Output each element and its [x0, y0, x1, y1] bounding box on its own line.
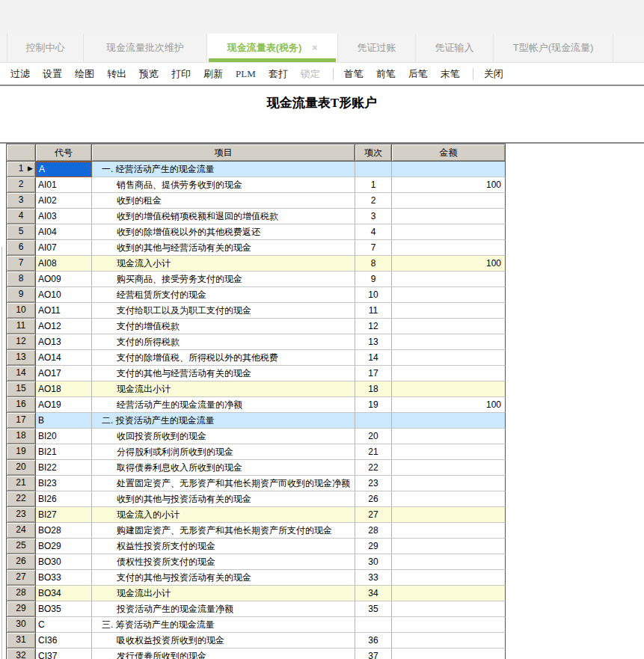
cell-code[interactable]: B: [36, 413, 92, 429]
cell-code[interactable]: BO33: [36, 570, 92, 586]
cell-code[interactable]: AO11: [36, 303, 92, 319]
header-amount[interactable]: 金额: [392, 144, 506, 161]
cell-idx[interactable]: 22: [355, 460, 392, 476]
cell-idx[interactable]: 1: [355, 177, 392, 193]
cell-item[interactable]: 支付给职工以及为职工支付的现金: [92, 303, 355, 319]
cell-amount[interactable]: [392, 491, 506, 507]
row-number-cell[interactable]: 29▶: [7, 601, 36, 617]
cell-amount[interactable]: 100: [392, 397, 506, 413]
cell-code[interactable]: AI08: [36, 256, 92, 272]
cell-amount[interactable]: [392, 570, 506, 586]
row-number-cell[interactable]: 24▶: [7, 523, 36, 539]
cell-amount[interactable]: 100: [392, 177, 506, 193]
cell-idx[interactable]: 29: [355, 539, 392, 554]
row-number-cell[interactable]: 1▶: [7, 162, 36, 177]
cell-item[interactable]: 现金流入小计: [92, 256, 355, 272]
first-record-button[interactable]: 首笔: [344, 67, 364, 81]
cell-item[interactable]: 吸收权益投资所收到的现金: [92, 633, 355, 649]
row-number-cell[interactable]: 17▶: [7, 413, 36, 429]
cell-item[interactable]: 收到的其他与经营活动有关的现金: [92, 240, 355, 256]
cell-idx[interactable]: 34: [355, 586, 392, 601]
header-idx[interactable]: 项次: [355, 144, 392, 161]
tab-cashflow-batch-maintenance[interactable]: 现金流量批次维护: [84, 34, 207, 62]
cell-idx[interactable]: 4: [355, 224, 392, 240]
cell-idx[interactable]: 20: [355, 429, 392, 444]
row-number-cell[interactable]: 15▶: [7, 381, 36, 397]
cell-item[interactable]: 收到的除增值税以外的其他税费返还: [92, 224, 355, 240]
row-number-cell[interactable]: 10▶: [7, 303, 36, 319]
tab-voucher-posting[interactable]: 凭证过账: [338, 34, 416, 62]
next-record-button[interactable]: 后笔: [408, 67, 428, 81]
cell-item[interactable]: 支付的增值税款: [92, 319, 355, 334]
cell-item[interactable]: 现金流出小计: [92, 381, 355, 397]
cell-item[interactable]: 债权性投资所支付的现金: [92, 554, 355, 570]
row-number-cell[interactable]: 6▶: [7, 240, 36, 256]
cell-code[interactable]: BI22: [36, 460, 92, 476]
cell-amount[interactable]: [392, 617, 506, 633]
cell-amount[interactable]: [392, 586, 506, 601]
print-button[interactable]: 打印: [171, 67, 191, 81]
cell-amount[interactable]: [392, 224, 506, 240]
cell-code[interactable]: CI37: [36, 649, 92, 659]
cell-amount[interactable]: [392, 460, 506, 476]
row-number-cell[interactable]: 23▶: [7, 507, 36, 523]
cell-item[interactable]: 销售商品、提供劳务收到的现金: [92, 177, 355, 193]
cell-amount[interactable]: [392, 193, 506, 209]
cell-item[interactable]: 一. 经营活动产生的现金流量: [92, 162, 355, 177]
cell-idx[interactable]: 17: [355, 366, 392, 381]
cell-item[interactable]: 收到的其他与投资活动有关的现金: [92, 491, 355, 507]
row-number-cell[interactable]: 2▶: [7, 177, 36, 193]
cell-code[interactable]: BO35: [36, 601, 92, 617]
row-number-cell[interactable]: 28▶: [7, 586, 36, 601]
cell-idx[interactable]: 2: [355, 193, 392, 209]
cell-amount[interactable]: [392, 507, 506, 523]
row-number-cell[interactable]: 18▶: [7, 429, 36, 444]
cell-item[interactable]: 三. 筹资活动产生的现金流量: [92, 617, 355, 633]
cell-item[interactable]: 现金流出小计: [92, 586, 355, 601]
cell-idx[interactable]: 21: [355, 444, 392, 460]
cell-item[interactable]: 取得债券利息收入所收到的现金: [92, 460, 355, 476]
row-number-cell[interactable]: 9▶: [7, 287, 36, 303]
cell-idx[interactable]: [355, 617, 392, 633]
row-number-cell[interactable]: 5▶: [7, 224, 36, 240]
cell-code[interactable]: C: [36, 617, 92, 633]
cell-code[interactable]: BI20: [36, 429, 92, 444]
cell-idx[interactable]: [355, 162, 392, 177]
cell-idx[interactable]: 13: [355, 334, 392, 350]
cell-item[interactable]: 权益性投资所支付的现金: [92, 539, 355, 554]
cell-item[interactable]: 支付的除增值税、所得税以外的其他税费: [92, 350, 355, 366]
cell-idx[interactable]: 11: [355, 303, 392, 319]
row-number-cell[interactable]: 19▶: [7, 444, 36, 460]
row-number-cell[interactable]: 20▶: [7, 460, 36, 476]
cell-amount[interactable]: [392, 476, 506, 491]
header-corner-cell[interactable]: [7, 144, 36, 161]
header-item[interactable]: 项目: [92, 144, 355, 161]
preview-button[interactable]: 预览: [139, 67, 159, 81]
cell-amount[interactable]: [392, 272, 506, 287]
cell-item[interactable]: 经营活动产生的现金流量的净额: [92, 397, 355, 413]
cell-idx[interactable]: 26: [355, 491, 392, 507]
cell-amount[interactable]: [392, 366, 506, 381]
cell-item[interactable]: 收回投资所收到的现金: [92, 429, 355, 444]
tab-control-center[interactable]: 控制中心: [7, 34, 84, 62]
cell-code[interactable]: A: [36, 162, 92, 177]
header-code[interactable]: 代号: [36, 144, 92, 161]
cell-item[interactable]: 发行债券所收到的现金: [92, 649, 355, 659]
cell-item[interactable]: 现金流入的小计: [92, 507, 355, 523]
cell-amount[interactable]: [392, 303, 506, 319]
cell-amount[interactable]: [392, 633, 506, 649]
cell-item[interactable]: 二. 投资活动产生的现金流量: [92, 413, 355, 429]
row-number-cell[interactable]: 8▶: [7, 272, 36, 287]
cell-amount[interactable]: [392, 649, 506, 659]
row-number-cell[interactable]: 27▶: [7, 570, 36, 586]
cell-code[interactable]: AO13: [36, 334, 92, 350]
cell-idx[interactable]: 28: [355, 523, 392, 539]
cell-idx[interactable]: [355, 413, 392, 429]
cell-code[interactable]: BO28: [36, 523, 92, 539]
cell-idx[interactable]: 3: [355, 209, 392, 224]
cell-code[interactable]: AO18: [36, 381, 92, 397]
row-number-cell[interactable]: 22▶: [7, 491, 36, 507]
row-number-cell[interactable]: 16▶: [7, 397, 36, 413]
cell-amount[interactable]: [392, 287, 506, 303]
cell-code[interactable]: AO17: [36, 366, 92, 381]
